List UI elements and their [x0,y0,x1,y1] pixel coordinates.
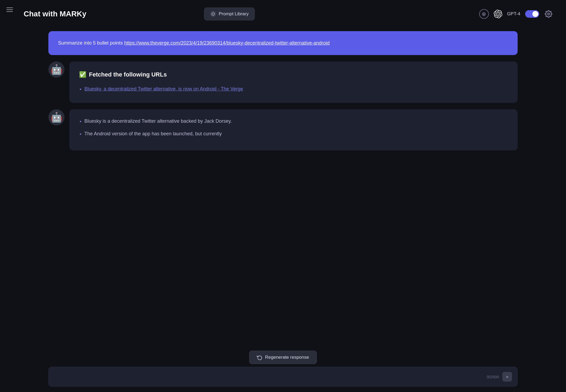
svg-point-0 [212,13,214,15]
prompt-library-icon [210,11,216,17]
prompt-library-button[interactable]: Prompt Library [204,8,255,20]
header-right: ⊕ GPT-4 [479,9,553,19]
gpt-toggle[interactable] [525,10,539,18]
regenerate-button[interactable]: Regenerate response [249,351,317,364]
menu-icon[interactable] [6,8,13,12]
avatar: 🤖 [48,61,65,78]
bullet-list: Bluesky is a decentralized Twitter alter… [79,117,508,138]
user-message-text-prefix: Summarize into 5 bullet points [58,40,124,46]
regenerate-icon [257,355,262,360]
page-title: Chat with MARKy [24,10,86,18]
list-item: Bluesky is a decentralized Twitter alter… [84,117,508,125]
send-icon: ➤ [506,375,509,379]
list-item: Bluesky, a decentralized Twitter alterna… [84,85,508,93]
svg-line-8 [215,12,215,12]
bot-bubble-bullets: Bluesky is a decentralized Twitter alter… [69,109,518,151]
fetched-emoji: ✅ [79,70,86,79]
settings-button[interactable] [544,9,553,19]
header-center: Prompt Library [204,8,255,20]
gear-icon [545,10,552,18]
prompt-library-label: Prompt Library [219,11,249,17]
user-message: Summarize into 5 bullet points https://w… [48,31,518,55]
fetched-title: ✅ Fetched the following URLs [79,70,508,79]
input-row: 0/2500 ➤ [48,367,518,387]
chat-input[interactable] [54,374,483,379]
svg-point-9 [547,13,549,15]
svg-line-7 [211,16,212,16]
bot-message-fetched-row: 🤖 ✅ Fetched the following URLs Bluesky, … [48,61,518,103]
list-item: The Android version of the app has been … [84,130,508,138]
url-list: Bluesky, a decentralized Twitter alterna… [79,85,508,93]
char-count: 0/2500 [487,375,499,379]
header: Chat with MARKy Prompt Library ⊕ GPT-4 [0,0,566,26]
add-button[interactable]: ⊕ [479,9,489,19]
avatar-2: 🤖 [48,109,65,125]
fetched-title-text: Fetched the following URLs [89,70,167,79]
regenerate-label: Regenerate response [265,355,309,360]
fetched-link[interactable]: Bluesky, a decentralized Twitter alterna… [84,86,243,92]
openai-logo-icon [494,10,502,18]
add-icon: ⊕ [482,11,486,17]
chat-container: Summarize into 5 bullet points https://w… [0,26,566,348]
bot-message-bullets-row: 🤖 Bluesky is a decentralized Twitter alt… [48,109,518,151]
send-button[interactable]: ➤ [502,372,512,382]
svg-line-4 [215,16,215,16]
svg-line-3 [211,12,212,12]
user-message-link[interactable]: https://www.theverge.com/2023/4/19/23690… [124,40,329,46]
gpt-label: GPT-4 [507,11,520,17]
bottom-area: Regenerate response 0/2500 ➤ [0,348,566,392]
bot-bubble-fetched: ✅ Fetched the following URLs Bluesky, a … [69,61,518,103]
